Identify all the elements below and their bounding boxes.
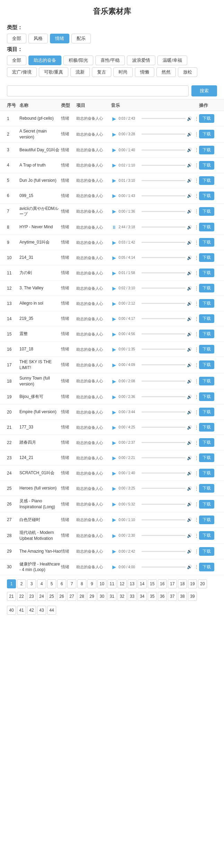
more-icon[interactable]: ⋮ bbox=[194, 162, 199, 168]
download-button[interactable]: 下载 bbox=[199, 423, 214, 432]
progress-bar[interactable] bbox=[141, 272, 186, 273]
volume-icon[interactable]: 🔊 bbox=[187, 394, 192, 399]
volume-icon[interactable]: 🔊 bbox=[187, 533, 192, 538]
progress-bar[interactable] bbox=[141, 567, 186, 568]
page-btn-14[interactable]: 14 bbox=[138, 579, 147, 588]
volume-icon[interactable]: 🔊 bbox=[187, 502, 192, 507]
volume-icon[interactable]: 🔊 bbox=[187, 440, 192, 445]
page-btn-20[interactable]: 20 bbox=[198, 579, 207, 588]
more-icon[interactable]: ⋮ bbox=[194, 455, 199, 461]
play-button[interactable]: ▶ bbox=[111, 378, 117, 384]
download-button[interactable]: 下载 bbox=[199, 284, 214, 292]
more-icon[interactable]: ⋮ bbox=[194, 378, 199, 384]
project-tag-情懒[interactable]: 情懒 bbox=[135, 67, 154, 77]
download-button[interactable]: 下载 bbox=[199, 207, 214, 216]
progress-bar[interactable] bbox=[141, 457, 186, 458]
play-button[interactable]: ▶ bbox=[111, 455, 117, 461]
volume-icon[interactable]: 🔊 bbox=[187, 286, 192, 291]
page-btn-1[interactable]: 1 bbox=[7, 579, 16, 588]
more-icon[interactable]: ⋮ bbox=[194, 347, 199, 352]
download-button[interactable]: 下载 bbox=[199, 377, 214, 385]
progress-bar[interactable] bbox=[141, 551, 186, 552]
page-btn-23[interactable]: 23 bbox=[27, 592, 36, 601]
page-btn-25[interactable]: 25 bbox=[47, 592, 56, 601]
page-btn-5[interactable]: 5 bbox=[47, 579, 56, 588]
volume-icon[interactable]: 🔊 bbox=[187, 410, 192, 415]
project-tag-流新[interactable]: 流新 bbox=[70, 67, 90, 77]
page-btn-4[interactable]: 4 bbox=[37, 579, 46, 588]
progress-bar[interactable] bbox=[141, 535, 186, 536]
progress-bar[interactable] bbox=[141, 165, 186, 166]
volume-icon[interactable]: 🔊 bbox=[187, 301, 192, 306]
volume-icon[interactable]: 🔊 bbox=[187, 316, 192, 321]
download-button[interactable]: 下载 bbox=[199, 161, 214, 170]
type-tag-风格[interactable]: 风格 bbox=[28, 34, 48, 43]
more-icon[interactable]: ⋮ bbox=[194, 193, 199, 198]
download-button[interactable]: 下载 bbox=[199, 269, 214, 277]
more-icon[interactable]: ⋮ bbox=[194, 362, 199, 368]
project-tag-然然[interactable]: 然然 bbox=[156, 67, 176, 77]
play-button[interactable]: ▶ bbox=[111, 162, 117, 168]
progress-bar[interactable] bbox=[141, 242, 186, 243]
page-btn-30[interactable]: 30 bbox=[97, 592, 106, 601]
page-btn-41[interactable]: 41 bbox=[17, 606, 26, 615]
page-btn-28[interactable]: 28 bbox=[77, 592, 86, 601]
page-btn-19[interactable]: 19 bbox=[188, 579, 197, 588]
play-button[interactable]: ▶ bbox=[111, 564, 117, 570]
more-icon[interactable]: ⋮ bbox=[194, 564, 199, 570]
play-button[interactable]: ▶ bbox=[111, 255, 117, 261]
play-button[interactable]: ▶ bbox=[111, 331, 117, 337]
play-button[interactable]: ▶ bbox=[111, 501, 117, 507]
download-button[interactable]: 下载 bbox=[199, 392, 214, 401]
page-btn-32[interactable]: 32 bbox=[118, 592, 127, 601]
volume-icon[interactable]: 🔊 bbox=[187, 332, 192, 337]
page-btn-7[interactable]: 7 bbox=[67, 579, 76, 588]
page-btn-31[interactable]: 31 bbox=[107, 592, 117, 601]
download-button[interactable]: 下载 bbox=[199, 453, 214, 462]
page-btn-22[interactable]: 22 bbox=[17, 592, 26, 601]
download-button[interactable]: 下载 bbox=[199, 253, 214, 262]
page-btn-21[interactable]: 21 bbox=[7, 592, 16, 601]
download-button[interactable]: 下载 bbox=[199, 516, 214, 524]
volume-icon[interactable]: 🔊 bbox=[187, 163, 192, 168]
page-btn-27[interactable]: 27 bbox=[67, 592, 76, 601]
project-tag-放松[interactable]: 放松 bbox=[178, 67, 197, 77]
page-btn-38[interactable]: 38 bbox=[178, 592, 187, 601]
page-btn-10[interactable]: 10 bbox=[97, 579, 106, 588]
progress-bar[interactable] bbox=[141, 227, 186, 228]
more-icon[interactable]: ⋮ bbox=[194, 178, 199, 183]
download-button[interactable]: 下载 bbox=[199, 438, 214, 447]
project-tag-时尚[interactable]: 时尚 bbox=[113, 67, 133, 77]
volume-icon[interactable]: 🔊 bbox=[187, 178, 192, 183]
page-btn-11[interactable]: 11 bbox=[107, 579, 117, 588]
more-icon[interactable]: ⋮ bbox=[194, 270, 199, 276]
play-button[interactable]: ▶ bbox=[111, 485, 117, 492]
volume-icon[interactable]: 🔊 bbox=[187, 379, 192, 384]
play-button[interactable]: ▶ bbox=[111, 131, 117, 137]
more-icon[interactable]: ⋮ bbox=[194, 440, 199, 445]
page-btn-12[interactable]: 12 bbox=[118, 579, 127, 588]
more-icon[interactable]: ⋮ bbox=[194, 470, 199, 476]
download-button[interactable]: 下载 bbox=[199, 469, 214, 477]
download-button[interactable]: 下载 bbox=[199, 330, 214, 338]
more-icon[interactable]: ⋮ bbox=[194, 240, 199, 245]
progress-bar[interactable] bbox=[141, 349, 186, 350]
more-icon[interactable]: ⋮ bbox=[194, 286, 199, 291]
download-button[interactable]: 下载 bbox=[199, 146, 214, 154]
play-button[interactable]: ▶ bbox=[111, 409, 117, 415]
volume-icon[interactable]: 🔊 bbox=[187, 193, 192, 198]
page-btn-8[interactable]: 8 bbox=[77, 579, 86, 588]
download-button[interactable]: 下载 bbox=[199, 223, 214, 231]
volume-icon[interactable]: 🔊 bbox=[187, 564, 192, 569]
download-button[interactable]: 下载 bbox=[199, 563, 214, 571]
more-icon[interactable]: ⋮ bbox=[194, 224, 199, 230]
download-button[interactable]: 下载 bbox=[199, 314, 214, 323]
page-btn-17[interactable]: 17 bbox=[168, 579, 177, 588]
play-button[interactable]: ▶ bbox=[111, 270, 117, 276]
page-btn-43[interactable]: 43 bbox=[37, 606, 46, 615]
page-btn-34[interactable]: 34 bbox=[138, 592, 147, 601]
volume-icon[interactable]: 🔊 bbox=[187, 549, 192, 554]
pause-button[interactable]: ⏸ bbox=[111, 224, 117, 230]
page-btn-18[interactable]: 18 bbox=[178, 579, 187, 588]
volume-icon[interactable]: 🔊 bbox=[187, 271, 192, 275]
